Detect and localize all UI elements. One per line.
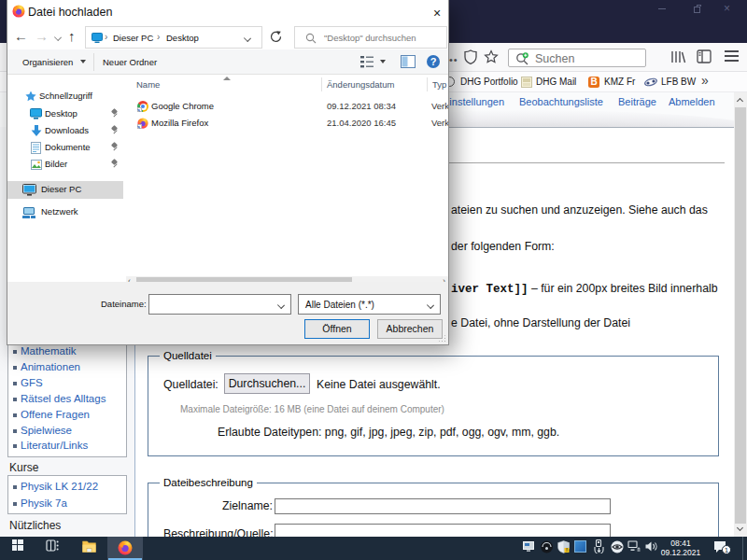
svg-text:!: ! — [566, 547, 568, 553]
